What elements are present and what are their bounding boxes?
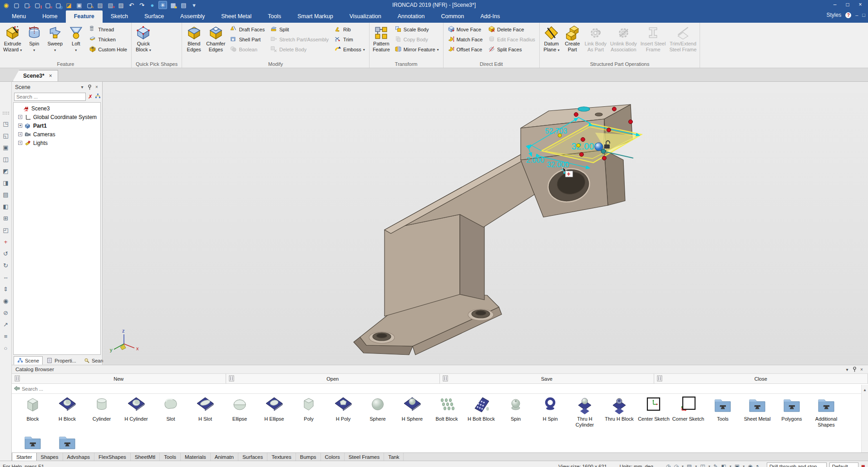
menu-tab-assembly[interactable]: Assembly (172, 10, 213, 23)
minimize-ribbon-icon[interactable]: – (855, 12, 858, 18)
menu-tab-menu[interactable]: Menu (4, 10, 34, 23)
catalog-item-slot[interactable]: Slot (153, 396, 188, 432)
render-mode-icon[interactable]: ▣ (1, 143, 10, 152)
styles-label[interactable]: Styles (827, 12, 842, 18)
more-commands-icon[interactable]: ▾ (190, 1, 198, 9)
preview-doc-icon[interactable]: ▢◎ (54, 1, 63, 9)
catalog-new-button[interactable]: New (12, 374, 226, 383)
resize-handle[interactable] (629, 120, 633, 124)
scene-list-icon[interactable]: ▤ (179, 1, 188, 9)
search-filter-icon[interactable] (95, 93, 101, 101)
render-sphere-icon[interactable]: ● (148, 1, 157, 9)
viewport-3d[interactable]: 52.703 32.000 2.000 32.000 (103, 82, 868, 365)
menu-tab-tools[interactable]: Tools (260, 10, 289, 23)
catalog-item-thru-h-block[interactable]: Thru H Block (602, 396, 636, 432)
catalog-item-additional-shapes[interactable]: Additional Shapes (809, 396, 843, 432)
tree-item-lights[interactable]: +Lights (14, 139, 100, 147)
edge-handle[interactable] (558, 134, 562, 137)
paste-plus-icon[interactable]: ▧+ (106, 1, 115, 9)
open-check-icon[interactable]: ▢✓ (23, 1, 31, 9)
document-tab-scene3[interactable]: Scene3* × (13, 70, 58, 81)
catalog-close-icon[interactable]: × (858, 367, 865, 372)
dimension-label-depth[interactable]: 32.000 (547, 161, 569, 169)
close-button[interactable]: × (854, 0, 866, 9)
half-section-icon[interactable]: ◨ (1, 179, 10, 187)
add-view-icon[interactable]: ⊞ (1, 214, 10, 223)
corner-view-icon[interactable]: ◰ (1, 226, 10, 234)
pointer-mode-icon[interactable]: ↖ (756, 463, 760, 467)
orbit-left-icon[interactable]: ↺ (1, 249, 10, 258)
resize-handle[interactable] (574, 113, 578, 117)
catalog-back-icon[interactable] (14, 385, 20, 393)
dropdown-caret-icon[interactable]: ▾ (695, 464, 697, 467)
undo-icon[interactable]: ↶ (127, 1, 136, 9)
catalog-tab-steel-frames[interactable]: Steel Frames (345, 453, 384, 461)
export-doc-icon[interactable]: ▢≡ (44, 1, 52, 9)
menu-tab-sketch[interactable]: Sketch (103, 10, 136, 23)
catalog-item-block[interactable]: Block (15, 396, 50, 432)
catalog-close-button[interactable]: Close (654, 374, 868, 383)
panel-close-icon[interactable]: × (93, 84, 100, 89)
catalog-tab-colors[interactable]: Colors (321, 453, 345, 461)
rib-button[interactable]: Rib (332, 25, 367, 35)
list-options-icon[interactable]: ≡ (1, 332, 10, 341)
catalog-item-h-sphere[interactable]: H Sphere (395, 396, 429, 432)
thicken-button[interactable]: Thicken (87, 35, 129, 45)
snap-lock-icon[interactable]: ◷ (666, 463, 671, 467)
surface-toggle-icon[interactable]: ▤ (687, 463, 692, 467)
catalog-item-h-cylinder[interactable]: H Cylinder (119, 396, 153, 432)
chamfer-edges-button[interactable]: ChamferEdges (204, 24, 227, 61)
dropdown-caret-icon[interactable]: ▾ (730, 464, 731, 467)
catalog-tab-advshaps[interactable]: Advshaps (63, 453, 95, 461)
dropdown-caret-icon[interactable]: ▾ (709, 464, 710, 467)
wireframe-icon[interactable]: ◫ (1, 155, 10, 164)
resize-handle[interactable] (607, 128, 611, 132)
menu-tab-home[interactable]: Home (34, 10, 65, 23)
resize-handle[interactable] (602, 156, 607, 160)
resize-handle[interactable] (581, 138, 585, 142)
render-toggle-icon[interactable]: ◫ (700, 463, 705, 467)
tree-item-scene3[interactable]: Scene3 (14, 104, 100, 113)
panel-tab-scene[interactable]: Scene (14, 356, 43, 365)
scene-3d-canvas[interactable]: 52.703 32.000 2.000 32.000 (103, 82, 868, 365)
edge-handle[interactable] (577, 144, 580, 147)
status-config-box[interactable]: Default (829, 462, 858, 467)
menu-tab-smart-markup[interactable]: Smart Markup (289, 10, 341, 23)
plane-view-icon[interactable]: ◧ (1, 202, 10, 211)
toolbar-grip[interactable] (3, 112, 9, 114)
smart-dimension-icon[interactable]: ✳ (158, 1, 167, 9)
view-window-icon[interactable]: ◱ (1, 131, 10, 140)
clear-search-icon[interactable]: ✗ (87, 93, 94, 100)
sweep-button[interactable]: Sweep ▾ (44, 24, 65, 61)
sketch-edit-icon[interactable]: ✎ (714, 463, 718, 467)
panel-dropdown-icon[interactable]: ▾ (79, 84, 86, 89)
edit-sheet-icon[interactable]: ▢✎ (85, 1, 94, 9)
box-display-icon[interactable]: ▣ (735, 463, 740, 467)
redo-icon[interactable]: ↷ (138, 1, 146, 9)
tree-expander-icon[interactable]: + (18, 124, 22, 128)
zoom-direction-icon[interactable]: ↗ (1, 320, 10, 329)
menu-tab-visualization[interactable]: Visualization (341, 10, 390, 23)
catalog-item-spin[interactable]: Spin (498, 396, 533, 432)
menu-tab-feature[interactable]: Feature (66, 10, 103, 23)
marker-tool-icon[interactable]: + (1, 238, 10, 246)
delete-face-button[interactable]: Delete Face (486, 25, 537, 35)
dimension-label-height[interactable]: 2.000 (526, 156, 544, 164)
target-camera-icon[interactable]: ◉ (1, 297, 10, 305)
custom-hole-button[interactable]: Custom Hole (87, 45, 129, 55)
anchor-handle[interactable] (601, 149, 606, 154)
tree-expander-icon[interactable]: + (18, 132, 22, 136)
scale-body-button[interactable]: Scale Body (393, 25, 441, 35)
extrude-wizard-button[interactable]: ExtrudeWizard ▾ (1, 24, 24, 61)
top-face-slot-highlight[interactable] (578, 107, 590, 111)
pattern-feature-button[interactable]: PatternFeature (371, 24, 392, 61)
tree-expander-icon[interactable]: + (18, 141, 22, 145)
mirror-feature-button[interactable]: Mirror Feature▾ (393, 45, 441, 55)
orbit-right-icon[interactable]: ↻ (1, 261, 10, 270)
resize-handle[interactable] (612, 107, 616, 111)
catalog-item-poly[interactable]: Poly (291, 396, 326, 432)
catalog-tab-starter[interactable]: Starter (12, 453, 37, 461)
tree-item-cameras[interactable]: +Cameras (14, 130, 100, 139)
catalog-item-sphere[interactable]: Sphere (360, 396, 395, 432)
catalog-item-materials[interactable]: Materials (15, 433, 50, 452)
